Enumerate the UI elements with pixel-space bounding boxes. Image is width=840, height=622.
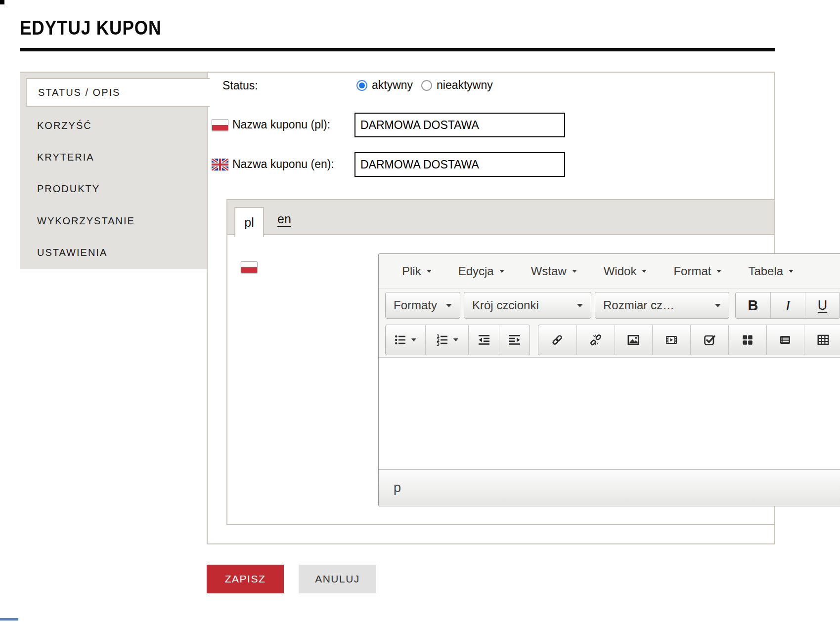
bottom-left-mark [0, 618, 18, 621]
chevron-down-icon [446, 304, 452, 307]
bold-button[interactable]: B [736, 292, 770, 318]
insert-link-button[interactable] [538, 325, 576, 355]
sidebar-item-ustawienia[interactable]: USTAWIENIA [37, 247, 107, 258]
radio-option-aktywny[interactable]: aktywny [356, 79, 413, 92]
outdent-button[interactable] [468, 325, 499, 355]
top-left-mark [0, 0, 4, 4]
tab-pl[interactable]: pl [234, 207, 264, 237]
menu-widok[interactable]: Widok [590, 254, 661, 288]
sidebar-item-produkty[interactable]: PRODUKTY [37, 183, 100, 195]
listbox-button[interactable] [766, 325, 804, 355]
chevron-down-icon [499, 270, 504, 273]
remove-link-button[interactable] [576, 325, 615, 355]
menu-tabela[interactable]: Tabela [735, 254, 807, 288]
edit-coupon-page: EDYTUJ KUPON STATUS / OPIS KORZYŚĆ KRYTE… [0, 0, 840, 622]
font-size-dropdown[interactable]: Rozmiar cz… [595, 292, 729, 319]
menu-plik[interactable]: Plik [389, 254, 445, 288]
bullet-list-button[interactable] [386, 325, 425, 355]
media-icon [664, 333, 678, 347]
menu-format[interactable]: Format [660, 254, 735, 288]
rich-text-editor: Plik Edycja Wstaw Widok Format Tabela Fo… [378, 253, 840, 506]
table-icon [816, 333, 830, 347]
poland-flag-icon [212, 119, 228, 131]
sidebar-item-status-opis[interactable]: STATUS / OPIS [26, 78, 210, 107]
chevron-down-icon [716, 270, 721, 273]
insert-button-group [538, 325, 840, 355]
unlink-icon [589, 333, 603, 347]
indent-icon [508, 333, 522, 347]
editor-toolbar-icons: 1 2 3 [379, 322, 840, 358]
indent-button[interactable] [499, 325, 530, 355]
sidebar-item-kryteria[interactable]: KRYTERIA [37, 152, 94, 163]
radio-nieaktywny-label: nieaktywny [437, 79, 493, 92]
sidebar-item-label: STATUS / OPIS [38, 87, 120, 98]
listbox-icon [778, 333, 792, 347]
chevron-down-icon [642, 270, 647, 273]
blocks-icon [741, 333, 754, 347]
numbered-list-button[interactable]: 1 2 3 [425, 325, 469, 355]
bullet-list-icon [394, 333, 408, 347]
menu-wstaw[interactable]: Wstaw [518, 254, 590, 288]
sidebar: STATUS / OPIS KORZYŚĆ KRYTERIA PRODUKTY … [20, 73, 207, 269]
editor-statusbar: p [379, 469, 840, 506]
sidebar-item-korzysc[interactable]: KORZYŚĆ [37, 120, 92, 131]
uk-flag-icon [212, 159, 228, 170]
chevron-down-icon [427, 270, 432, 273]
chevron-down-icon [715, 304, 721, 307]
blocks-button[interactable] [728, 325, 766, 355]
formats-dropdown[interactable]: Formaty [385, 292, 460, 319]
tab-en[interactable]: en [277, 212, 291, 226]
save-button[interactable]: ZAPISZ [207, 565, 284, 593]
image-icon [626, 333, 640, 347]
insert-image-button[interactable] [615, 325, 653, 355]
radio-nieaktywny-button[interactable] [421, 80, 432, 91]
sidebar-item-wykorzystanie[interactable]: WYKORZYSTANIE [37, 215, 135, 227]
list-button-group: 1 2 3 [385, 325, 530, 355]
insert-media-button[interactable] [652, 325, 690, 355]
outdent-icon [477, 333, 491, 347]
menu-edycja[interactable]: Edycja [445, 254, 518, 288]
chevron-down-icon [789, 270, 794, 273]
radio-option-nieaktywny[interactable]: nieaktywny [421, 79, 493, 92]
insert-table-button[interactable] [804, 325, 840, 355]
element-path[interactable]: p [394, 480, 401, 496]
poland-flag-icon [241, 261, 258, 273]
checkbox-button[interactable] [690, 325, 728, 355]
italic-button[interactable]: I [770, 292, 805, 318]
page-title: EDYTUJ KUPON [20, 17, 180, 39]
font-family-dropdown[interactable]: Krój czcionki [464, 292, 591, 319]
radio-aktywny-label: aktywny [372, 79, 413, 92]
underline-button[interactable]: U [805, 292, 840, 318]
numbered-list-icon: 1 2 3 [436, 333, 450, 347]
editor-toolbar-dropdowns: Formaty Krój czcionki Rozmiar cz… B I U [379, 289, 840, 322]
link-icon [550, 333, 564, 347]
description-tab-strip [227, 200, 774, 235]
editor-content-area[interactable] [379, 358, 840, 469]
chevron-down-icon [572, 270, 577, 273]
svg-text:3: 3 [437, 341, 440, 346]
chevron-down-icon [577, 304, 583, 307]
format-button-group: B I U [735, 292, 840, 319]
title-divider [20, 48, 775, 51]
chevron-down-icon [411, 338, 416, 341]
cancel-button[interactable]: ANULUJ [299, 565, 376, 593]
chevron-down-icon [453, 338, 458, 341]
checkbox-icon [703, 333, 716, 347]
radio-aktywny-button[interactable] [356, 80, 367, 91]
editor-menubar: Plik Edycja Wstaw Widok Format Tabela [379, 254, 840, 289]
